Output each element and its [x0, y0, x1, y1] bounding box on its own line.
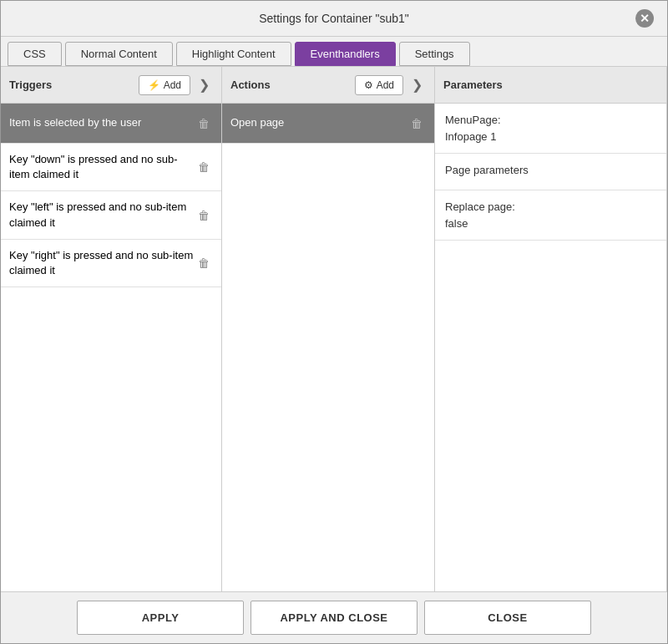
trigger-item-0-text: Item is selected by the user	[9, 115, 195, 130]
trigger-item-2[interactable]: Key "left" is pressed and no sub-item cl…	[1, 191, 221, 239]
triggers-add-label: Add	[164, 79, 181, 91]
tab-highlight-content[interactable]: Highlight Content	[176, 42, 291, 66]
parameters-header: Parameters	[435, 67, 666, 104]
tab-settings[interactable]: Settings	[399, 42, 470, 66]
actions-panel: Actions ⚙ Add ❯ Open page 🗑	[222, 67, 435, 591]
footer: APPLY APPLY AND CLOSE CLOSE	[1, 591, 667, 643]
triggers-title: Triggers	[9, 79, 52, 91]
settings-dialog: Settings for Container "sub1" ✕ CSS Norm…	[0, 0, 668, 644]
triggers-add-button[interactable]: ⚡ Add	[139, 75, 190, 95]
triggers-panel: Triggers ⚡ Add ❯ Item is selected by the…	[1, 67, 222, 591]
parameters-panel: Parameters MenuPage: Infopage 1 Page par…	[435, 67, 667, 591]
trigger-item-3-text: Key "right" is pressed and no sub-item c…	[9, 248, 195, 278]
triggers-header-right: ⚡ Add ❯	[139, 75, 213, 95]
actions-title: Actions	[230, 79, 271, 91]
param-row-0: MenuPage: Infopage 1	[435, 104, 666, 154]
trigger-item-2-text: Key "left" is pressed and no sub-item cl…	[9, 200, 195, 230]
close-x-button[interactable]: ✕	[635, 9, 654, 28]
close-button[interactable]: CLOSE	[424, 601, 591, 635]
parameters-list: MenuPage: Infopage 1 Page parameters Rep…	[435, 104, 666, 591]
triggers-chevron-button[interactable]: ❯	[195, 77, 213, 93]
add-trigger-icon: ⚡	[148, 79, 160, 91]
tab-eventhandlers[interactable]: Eventhandlers	[295, 42, 396, 66]
apply-button[interactable]: APPLY	[77, 601, 244, 635]
tab-normal-content[interactable]: Normal Content	[65, 42, 173, 66]
action-delete-0-icon[interactable]: 🗑	[407, 115, 426, 132]
dialog-title: Settings for Container "sub1"	[33, 12, 635, 25]
trigger-delete-0-icon[interactable]: 🗑	[195, 115, 213, 132]
tab-css[interactable]: CSS	[8, 42, 62, 66]
trigger-delete-2-icon[interactable]: 🗑	[195, 207, 213, 224]
parameters-title: Parameters	[443, 79, 503, 91]
trigger-delete-1-icon[interactable]: 🗑	[195, 159, 213, 175]
param-row-1: Page parameters	[435, 154, 666, 190]
actions-add-button[interactable]: ⚙ Add	[355, 75, 403, 95]
add-action-icon: ⚙	[364, 79, 373, 91]
trigger-item-1-text: Key "down" is pressed and no sub-item cl…	[9, 152, 195, 182]
title-bar: Settings for Container "sub1" ✕	[1, 1, 667, 37]
actions-header: Actions ⚙ Add ❯	[222, 67, 434, 104]
triggers-list: Item is selected by the user 🗑 Key "down…	[1, 104, 221, 591]
actions-list: Open page 🗑	[222, 104, 434, 591]
trigger-delete-3-icon[interactable]: 🗑	[195, 255, 213, 271]
actions-header-right: ⚙ Add ❯	[355, 75, 426, 95]
action-item-0-text: Open page	[230, 115, 407, 130]
trigger-item-3[interactable]: Key "right" is pressed and no sub-item c…	[1, 240, 221, 287]
triggers-header: Triggers ⚡ Add ❯	[1, 67, 221, 104]
actions-add-label: Add	[377, 79, 394, 91]
apply-close-button[interactable]: APPLY AND CLOSE	[250, 601, 418, 635]
trigger-item-0[interactable]: Item is selected by the user 🗑	[1, 104, 221, 144]
actions-chevron-button[interactable]: ❯	[408, 77, 426, 93]
trigger-item-1[interactable]: Key "down" is pressed and no sub-item cl…	[1, 144, 221, 191]
tab-bar: CSS Normal Content Highlight Content Eve…	[1, 37, 667, 67]
action-item-0[interactable]: Open page 🗑	[222, 104, 434, 144]
content-area: Triggers ⚡ Add ❯ Item is selected by the…	[1, 67, 667, 591]
param-row-2: Replace page: false	[435, 190, 666, 241]
